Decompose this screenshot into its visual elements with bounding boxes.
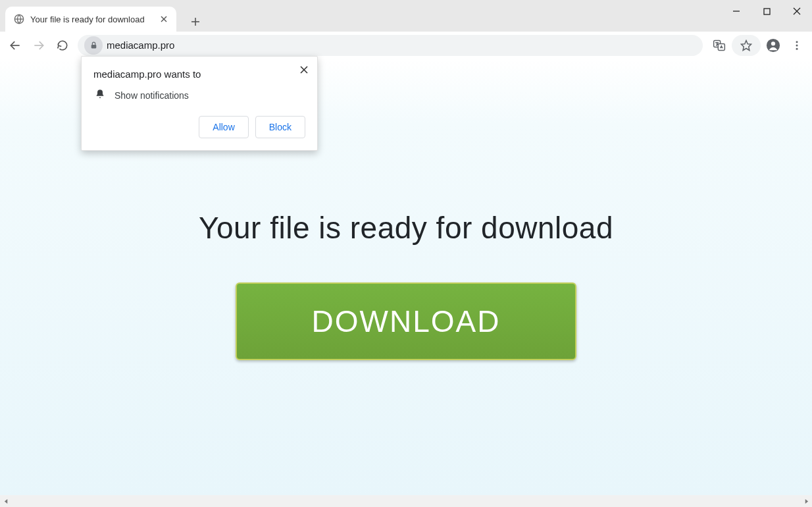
forward-button[interactable] (28, 34, 50, 57)
new-tab-button[interactable] (186, 12, 205, 32)
lock-icon (89, 41, 98, 49)
minimize-icon (732, 7, 740, 15)
user-circle-icon (766, 38, 780, 53)
profile-button[interactable] (762, 34, 784, 57)
block-button[interactable]: Block (255, 116, 305, 138)
plus-icon (191, 17, 200, 26)
tab-close-button[interactable] (158, 13, 170, 25)
reload-icon (57, 40, 68, 51)
bookmark-button[interactable] (732, 35, 761, 56)
browser-toolbar: mediacamp.pro (0, 32, 812, 59)
bell-icon (95, 89, 105, 101)
url-text: mediacamp.pro (107, 40, 174, 51)
globe-icon (13, 13, 25, 25)
triangle-left-icon (4, 499, 9, 504)
svg-marker-23 (805, 499, 807, 504)
window-maximize-button[interactable] (751, 0, 782, 22)
star-icon (740, 40, 752, 51)
permission-close-button[interactable] (297, 63, 311, 76)
translate-icon (713, 39, 726, 52)
svg-point-17 (796, 41, 798, 43)
tab-title: Your file is ready for download (30, 14, 153, 24)
translate-button[interactable] (708, 34, 730, 57)
scroll-right-button[interactable] (800, 495, 812, 507)
svg-marker-14 (742, 40, 751, 50)
close-icon (161, 16, 167, 22)
svg-marker-22 (4, 499, 7, 504)
scroll-track[interactable] (12, 495, 800, 507)
svg-rect-11 (91, 45, 96, 48)
triangle-right-icon (804, 499, 809, 504)
menu-button[interactable] (786, 34, 808, 57)
close-icon (793, 7, 801, 15)
svg-point-16 (771, 41, 775, 45)
scroll-left-button[interactable] (0, 495, 12, 507)
window-close-button[interactable] (782, 0, 812, 22)
window-minimize-button[interactable] (721, 0, 751, 22)
site-info-button[interactable] (84, 36, 103, 55)
horizontal-scrollbar[interactable] (0, 495, 812, 507)
page-headline: Your file is ready for download (0, 210, 812, 246)
address-bar[interactable]: mediacamp.pro (78, 35, 703, 56)
svg-point-19 (796, 47, 798, 49)
download-button[interactable]: DOWNLOAD (236, 282, 577, 360)
kebab-menu-icon (791, 40, 803, 51)
close-icon (300, 66, 308, 74)
reload-button[interactable] (51, 34, 74, 57)
permission-line-text: Show notifications (114, 90, 189, 101)
arrow-right-icon (32, 39, 45, 52)
maximize-icon (763, 8, 771, 15)
browser-tab[interactable]: Your file is ready for download (5, 7, 176, 32)
permission-prompt: mediacamp.pro wants to Show notification… (81, 56, 318, 151)
back-button[interactable] (4, 34, 26, 57)
allow-button[interactable]: Allow (199, 116, 248, 138)
arrow-left-icon (9, 39, 22, 52)
permission-title: mediacamp.pro wants to (93, 68, 305, 80)
svg-rect-1 (764, 9, 770, 14)
svg-point-18 (796, 44, 798, 46)
